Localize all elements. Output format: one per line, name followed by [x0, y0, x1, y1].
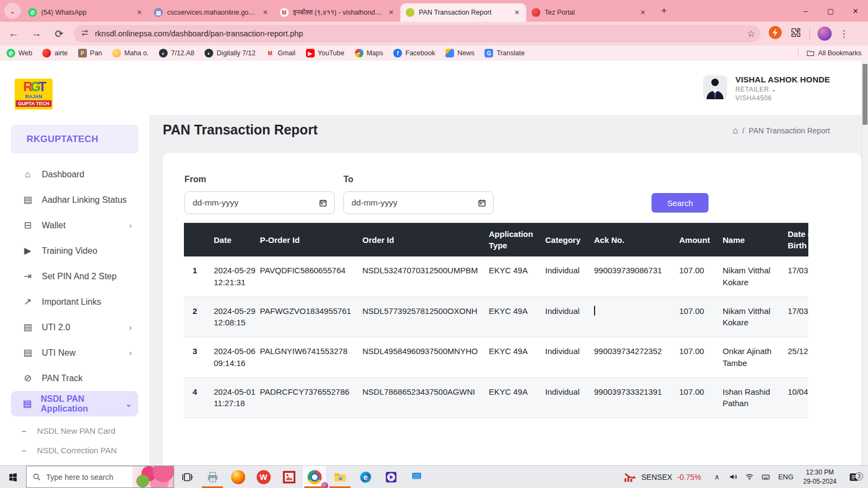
bookmark-item[interactable]: • Maps [355, 49, 384, 57]
cell-ack-no[interactable]: 990039733321391 [594, 377, 679, 418]
taskbar-app-icon[interactable] [302, 466, 327, 488]
taskbar-app-icon[interactable] [174, 466, 200, 488]
bookmark-item[interactable]: ◐ Digitally 7/12 [205, 49, 256, 57]
volume-icon[interactable] [726, 472, 740, 481]
close-tab-icon[interactable]: ✕ [638, 8, 648, 17]
minimize-button[interactable]: – [793, 0, 818, 22]
bookmark-item[interactable]: ▶ YouTube [306, 49, 344, 57]
sidebar-item[interactable]: ▶ Training Video [11, 238, 138, 264]
scrollbar-thumb[interactable] [863, 64, 867, 125]
browser-tab-bar: ⌄ ✆ (54) WhatsApp ✕ ▤ cscservices.mahaon… [0, 0, 868, 22]
page-scrollbar[interactable] [861, 61, 868, 465]
site-info-icon[interactable] [80, 28, 90, 40]
start-button[interactable] [0, 466, 26, 488]
bookmark-item[interactable]: News [445, 49, 474, 57]
sidebar-sub-item[interactable]: – NSDL New PAN Card [0, 421, 149, 440]
search-button[interactable]: Search [652, 193, 709, 213]
taskbar-app-icon[interactable] [378, 466, 404, 488]
bookmark-item[interactable]: M Gmail [266, 49, 296, 57]
tray-chevron-icon[interactable]: ∧ [710, 473, 724, 481]
browser-tab[interactable]: Tez Portal ✕ [526, 3, 652, 22]
notification-count-badge: 3 [855, 472, 863, 480]
bookmark-favicon: P [78, 49, 87, 57]
sidebar-item[interactable]: ▤ Aadhar Linking Status [11, 187, 138, 213]
window-controls: – ▢ ✕ [793, 0, 868, 22]
touch-keyboard-icon[interactable] [758, 472, 773, 481]
sidebar-item[interactable]: ↗ Important Links [11, 289, 138, 314]
bookmark-item[interactable]: ✆ Web [7, 49, 32, 57]
close-window-button[interactable]: ✕ [843, 0, 868, 22]
search-highlight-image[interactable] [132, 466, 174, 487]
from-date-input[interactable]: dd-mm-yyyy [184, 191, 335, 214]
browser-profile-avatar[interactable] [818, 27, 832, 41]
taskbar-app-icon[interactable] [225, 466, 251, 488]
calendar-icon[interactable] [477, 198, 487, 208]
bookmark-item[interactable]: ◐ 7/12.A8 [159, 49, 194, 57]
wifi-icon[interactable] [742, 472, 756, 481]
back-button[interactable]: ← [4, 24, 23, 43]
sidebar-item[interactable]: ▤ UTI New › [11, 340, 138, 365]
taskbar-app-icon[interactable] [276, 466, 302, 488]
bookmark-item[interactable]: f Facebook [393, 49, 435, 57]
calendar-icon[interactable] [318, 198, 328, 208]
sidebar-item[interactable]: ⊘ PAN Track [11, 365, 138, 391]
browser-menu-icon[interactable]: ⋮ [839, 28, 848, 40]
bookmark-item[interactable]: G Translate [484, 49, 525, 57]
bookmark-item[interactable]: Maha o. [112, 49, 149, 57]
browser-tab[interactable]: ▤ cscservices.mahaonline.gov.in/ ✕ [149, 3, 275, 22]
close-tab-icon[interactable]: ✕ [260, 8, 270, 17]
close-tab-icon[interactable]: ✕ [135, 8, 144, 17]
rgt-logo: RGT RAJAN GUPTA TECH [15, 79, 53, 110]
user-role[interactable]: RETAILER ⌄ [736, 86, 830, 93]
browser-tab[interactable]: M इनबॉक्स (९,४११) - vishalhonde95 ✕ [275, 3, 400, 22]
sidebar-item[interactable]: ▤ NSDL PAN Application ⌄ [11, 391, 138, 416]
new-tab-button[interactable]: + [656, 3, 672, 18]
browser-tab[interactable]: ✆ (54) WhatsApp ✕ [23, 3, 149, 22]
cell-ack-no[interactable]: 990039739086731 [594, 256, 679, 297]
sidebar-item[interactable]: ⌂ Dashboard [11, 162, 138, 187]
sidebar-item[interactable]: ▤ UTI 2.0 › [11, 314, 138, 340]
bookmark-label: Digitally 7/12 [216, 49, 256, 57]
taskbar-app-icon[interactable] [200, 466, 225, 488]
home-icon[interactable]: ⌂ [733, 126, 738, 136]
bookmark-star-icon[interactable]: ☆ [747, 28, 755, 40]
all-bookmarks-button[interactable]: All Bookmarks [798, 49, 861, 57]
extension-bolt-icon[interactable] [768, 25, 782, 42]
extensions-puzzle-icon[interactable] [790, 27, 802, 41]
close-tab-icon[interactable]: ✕ [512, 8, 522, 17]
tab-title: PAN Transaction Report [419, 9, 509, 16]
taskbar-app-icon[interactable] [404, 466, 429, 488]
clock[interactable]: 12:30 PM 29-05-2024 [803, 468, 837, 485]
url-text[interactable]: rknsdl.onlinepsa.com/dashboard/pan-trans… [95, 29, 747, 38]
cell-ack-no[interactable] [594, 297, 679, 337]
taskbar-app-icon[interactable]: W [251, 466, 276, 488]
bookmark-item[interactable]: airte [42, 49, 67, 57]
taskbar-app-icon[interactable] [327, 466, 353, 488]
sidebar-item[interactable]: ⊟ Wallet › [11, 213, 138, 238]
taskbar-search-box[interactable]: Type here to search [26, 466, 174, 488]
sensex-widget[interactable]: SENSEX -0.75% [623, 466, 701, 488]
refresh-button[interactable]: ⟳ [50, 24, 68, 43]
notification-center-button[interactable]: 3 [843, 472, 865, 483]
bookmark-item[interactable]: P Pan [78, 49, 102, 57]
maximize-button[interactable]: ▢ [818, 0, 843, 22]
bookmark-favicon: G [484, 49, 493, 57]
cell-category: Individual [545, 377, 594, 418]
taskbar-app-icon[interactable]: e [353, 466, 378, 488]
user-block[interactable]: VISHAL ASHOK HONDE RETAILER ⌄ VISHA4506 [703, 75, 830, 102]
cell-date: 2024-05-06 09:14:16 [214, 337, 260, 378]
language-indicator[interactable]: ENG [778, 473, 793, 481]
sidebar-item[interactable]: ⇥ Set PIN And 2 Step [11, 264, 138, 289]
browser-tab[interactable]: PAN Transaction Report ✕ [400, 3, 526, 22]
bookmark-favicon [42, 49, 51, 57]
cell-date: 2024-05-29 12:08:15 [214, 297, 260, 337]
cell-ack-no[interactable]: 990039734272352 [594, 337, 679, 378]
to-date-input[interactable]: dd-mm-yyyy [343, 191, 494, 214]
close-tab-icon[interactable]: ✕ [386, 8, 396, 17]
tab-search-button[interactable]: ⌄ [4, 3, 21, 19]
table-row: 1 2024-05-29 12:21:31 PAVQDFIC5860655764… [184, 256, 808, 297]
sidebar-sub-item[interactable]: – NSDL Correction PAN [0, 440, 149, 460]
address-bar[interactable]: rknsdl.onlinepsa.com/dashboard/pan-trans… [74, 25, 761, 42]
forward-button[interactable]: → [27, 24, 46, 43]
bookmark-favicon: • [355, 49, 363, 57]
